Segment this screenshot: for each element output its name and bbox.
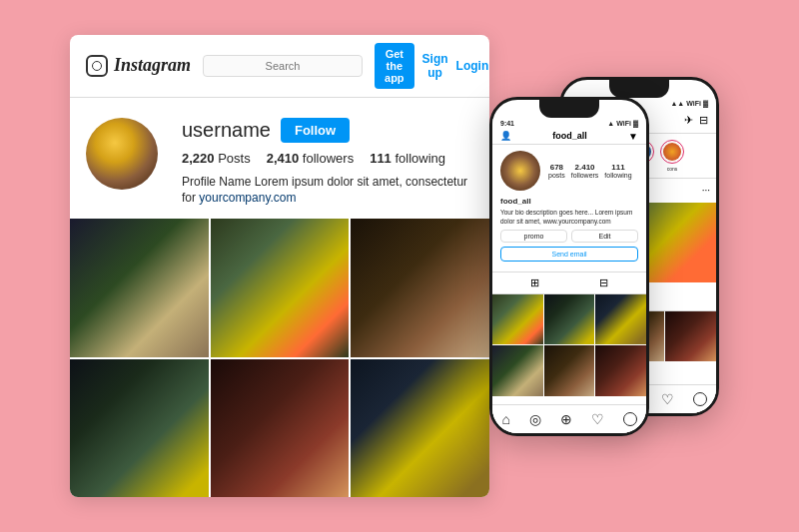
phone-profile-area: 678 posts 2.410 followers 111 following	[492, 145, 646, 271]
home-nav-icon[interactable]: ⌂	[501, 411, 509, 427]
heart-icon[interactable]: ♡	[661, 391, 674, 407]
profile-name-row: username Follow	[182, 118, 473, 143]
phone-profile-row: 678 posts 2.410 followers 111 following	[500, 151, 638, 191]
front-grid-6[interactable]	[595, 345, 646, 396]
follow-button[interactable]: Follow	[281, 118, 350, 143]
get-app-button[interactable]: Get the app	[375, 43, 414, 89]
photo-cell-2[interactable]	[211, 219, 350, 357]
send-icon[interactable]: ✈	[684, 114, 693, 127]
front-grid-5[interactable]	[544, 345, 595, 396]
person-icon[interactable]: 👤	[500, 131, 511, 141]
photo-cell-6[interactable]	[351, 359, 489, 498]
posts-stat: 2,220 Posts	[182, 151, 251, 166]
photo-cell-1[interactable]	[70, 219, 209, 357]
phone-avatar	[500, 151, 540, 191]
ig-logo-icon	[86, 55, 108, 77]
phone-front-grid	[492, 294, 646, 396]
tag-icon[interactable]: ⊟	[599, 276, 608, 289]
story-item-4[interactable]: cons	[660, 140, 684, 172]
phone-screen-front: 9:41 ▲ WiFi ▓ 👤 food_all ▼ 678 posts	[492, 118, 646, 433]
front-grid-3[interactable]	[595, 294, 646, 345]
profile-section: username Follow 2,220 Posts 2,410 follow…	[70, 98, 489, 220]
add-nav-icon[interactable]: ⊕	[560, 411, 572, 427]
phone-front-header: 👤 food_all ▼	[492, 129, 646, 145]
phone-bio-username: food_all	[500, 197, 638, 206]
phone-stat-followers: 2.410 followers	[571, 163, 599, 179]
heart-nav-icon[interactable]: ♡	[591, 411, 604, 427]
ig-logo: Instagram	[86, 55, 191, 77]
settings-icon[interactable]: ▼	[628, 131, 638, 142]
followers-stat: 2,410 followers	[267, 151, 354, 166]
phone-stat-posts: 678 posts	[548, 163, 565, 179]
send-email-button[interactable]: Send email	[500, 247, 638, 262]
bookmark-icon[interactable]: ⊟	[699, 114, 708, 127]
more-icon[interactable]: ···	[702, 185, 710, 196]
photo-grid	[70, 219, 489, 497]
profile-stats: 2,220 Posts 2,410 followers 111 followin…	[182, 151, 473, 166]
avatar-image	[86, 118, 158, 190]
search-nav-icon[interactable]: ◎	[529, 411, 541, 427]
edit-button[interactable]: Edit	[571, 230, 638, 243]
profile-info: username Follow 2,220 Posts 2,410 follow…	[182, 118, 473, 208]
phone-stat-following: 111 following	[604, 163, 631, 179]
signup-button[interactable]: Sign up	[422, 52, 448, 80]
front-grid-2[interactable]	[544, 294, 595, 345]
desktop-header: Instagram Get the app Sign up Login	[70, 35, 489, 98]
bottom-nav-front: ⌂ ◎ ⊕ ♡	[492, 404, 646, 433]
phones-container: 9:41 ▲▲ WiFi ▓ Instagram ✈ ⊟ zbma maulik…	[489, 67, 729, 466]
front-grid-1[interactable]	[492, 294, 543, 345]
header-actions: Get the app Sign up Login	[375, 43, 488, 89]
bio-link[interactable]: yourcompany.com	[199, 191, 296, 205]
phone-notch-front	[539, 100, 599, 118]
front-username: food_all	[511, 131, 628, 141]
front-grid-4[interactable]	[492, 345, 543, 396]
photo-cell-5[interactable]	[211, 359, 350, 498]
login-button[interactable]: Login	[456, 59, 489, 73]
ig-logo-text: Instagram	[114, 55, 191, 76]
phone-bio-text: Your bio description goes here... Lorem …	[500, 208, 638, 226]
photo-cell-3[interactable]	[351, 219, 489, 357]
grid-tab-row: ⊞ ⊟	[492, 271, 646, 294]
profile-username: username	[182, 119, 271, 142]
avatar	[86, 118, 158, 190]
profile-nav-icon[interactable]	[623, 412, 637, 426]
phone-notch-back	[609, 80, 669, 98]
desktop-mockup: Instagram Get the app Sign up Login user…	[70, 35, 489, 498]
phone-stats: 678 posts 2.410 followers 111 following	[548, 163, 638, 179]
profile-icon[interactable]	[693, 392, 707, 406]
search-input[interactable]	[203, 55, 363, 77]
photo-cell-4[interactable]	[70, 359, 209, 498]
back-grid-3[interactable]	[665, 311, 716, 362]
profile-bio: Profile Name Lorem ipsum dolor sit amet,…	[182, 174, 473, 208]
phone-btn-row: promo Edit	[500, 230, 638, 243]
phone-front: 9:41 ▲ WiFi ▓ 👤 food_all ▼ 678 posts	[489, 97, 649, 436]
status-bar-front: 9:41 ▲ WiFi ▓	[492, 118, 646, 129]
following-stat: 111 following	[370, 151, 445, 166]
grid-icon[interactable]: ⊞	[530, 276, 539, 289]
promo-button[interactable]: promo	[500, 230, 567, 243]
